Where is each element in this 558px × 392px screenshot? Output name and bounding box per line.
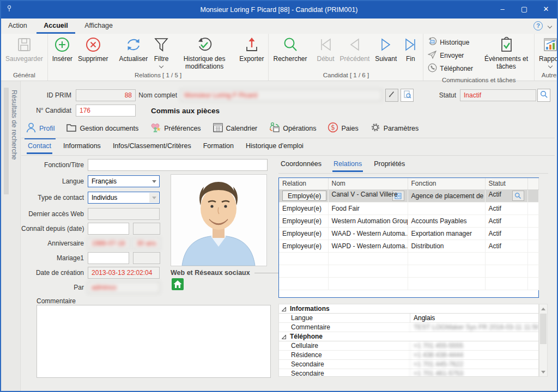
- pencil-icon: [388, 90, 396, 100]
- fonction-titre-field[interactable]: [88, 159, 268, 171]
- subtab-coordonnees[interactable]: Coordonnées: [280, 159, 323, 172]
- age-field: 30 ans: [133, 237, 160, 249]
- help-icon[interactable]: ?: [533, 21, 543, 30]
- col-nom[interactable]: Nom: [328, 178, 408, 189]
- filter-chevron-icon: [159, 64, 163, 68]
- subtab-relations[interactable]: Relations: [332, 159, 363, 172]
- candidate-photo[interactable]: [171, 174, 267, 266]
- detail-row[interactable]: Secondaire +1 701 445-7622: [279, 360, 538, 369]
- anniversaire-label: Anniversaire: [21, 237, 84, 249]
- group-telephone[interactable]: Téléphone: [279, 332, 538, 341]
- history-button[interactable]: Historique: [426, 37, 475, 48]
- anniversaire-date-field[interactable]: 1986-07-18: [88, 237, 129, 249]
- detail-row[interactable]: Secondaire +1 701 461-5753: [279, 369, 538, 377]
- detail-row[interactable]: Résidence +1 438 438-4444: [279, 351, 538, 360]
- close-button[interactable]: ✕: [535, 1, 557, 19]
- history-icon: [428, 37, 437, 48]
- modification-history-icon: [196, 36, 213, 54]
- search-button[interactable]: Rechercher: [270, 35, 310, 64]
- record-content: ID PRIM 88 Nom complet Monsieur Loring F…: [21, 81, 557, 391]
- help-chevron-icon[interactable]: [548, 24, 552, 28]
- tab-preferences[interactable]: Préférences: [149, 120, 202, 139]
- tab-profil[interactable]: Profil: [25, 120, 56, 139]
- edit-name-button[interactable]: [385, 89, 398, 102]
- previous-button[interactable]: Précédent: [337, 35, 373, 64]
- col-fonction[interactable]: Fonction: [408, 178, 485, 189]
- operations-icon: [269, 122, 280, 134]
- tab-paies[interactable]: $ Paies: [326, 120, 359, 139]
- group-informations[interactable]: Informations: [279, 304, 538, 314]
- first-button[interactable]: Début: [314, 35, 337, 64]
- table-row[interactable]: Employeur(e) WAAD - Western Automa... Ex…: [279, 227, 538, 240]
- panel-drag-handle[interactable]: [4, 88, 9, 194]
- status-lookup-button[interactable]: [537, 89, 550, 102]
- scrollbar-thumb[interactable]: [540, 314, 547, 344]
- table-row[interactable]: Employeur(e) Western Automation Group Ac…: [279, 215, 538, 227]
- send-button[interactable]: Envoyer: [426, 50, 475, 61]
- delete-button[interactable]: Supprimer: [75, 35, 111, 64]
- dollar-icon: $: [327, 122, 338, 134]
- report-button[interactable]: Rapport: [536, 35, 558, 68]
- menu-accueil[interactable]: Accueil: [37, 19, 75, 34]
- detail-row[interactable]: Commentaire TEST LOGMaker Sys FR 2016-03…: [279, 323, 538, 332]
- subtab-historique-emploi[interactable]: Historique d'emploi: [245, 141, 305, 154]
- next-button[interactable]: Suivant: [372, 35, 399, 64]
- connait-depuis-extra-field: [133, 223, 160, 235]
- commentaire-textarea[interactable]: [37, 305, 271, 378]
- full-name-field[interactable]: Monsieur Loring F Picard: [180, 89, 382, 101]
- maximize-button[interactable]: ▢: [513, 1, 535, 19]
- dernier-acces-web-field: [88, 208, 160, 220]
- tab-gestion-documents[interactable]: Gestion documents: [65, 120, 140, 139]
- mariage-date-field[interactable]: [88, 252, 129, 264]
- home-icon[interactable]: [172, 278, 184, 292]
- collapse-icon: [282, 335, 286, 339]
- subtab-infos-classement-criteres[interactable]: Infos/Classement/Critères: [112, 141, 192, 154]
- date-creation-field: 2013-03-13 22:02:04: [88, 267, 160, 279]
- type-contact-select[interactable]: Individus: [88, 192, 160, 204]
- status-lookup-button[interactable]: [512, 191, 524, 201]
- chevron-down-icon[interactable]: [149, 176, 159, 186]
- langue-label: Langue: [21, 175, 84, 187]
- scroll-up-icon[interactable]: [539, 304, 547, 313]
- export-button[interactable]: Exporter: [236, 35, 266, 64]
- tab-parametres[interactable]: Paramètres: [369, 120, 420, 139]
- table-row[interactable]: Employeur(e) WAPD - Western Automa... Di…: [279, 240, 538, 252]
- save-button[interactable]: Sauvegarder: [3, 35, 46, 64]
- search-results-panel-tab[interactable]: Résultats de recherche: [1, 81, 21, 391]
- subtab-informations[interactable]: Informations: [62, 141, 102, 154]
- connait-depuis-date-field[interactable]: [88, 223, 129, 235]
- insert-icon: [54, 36, 70, 54]
- detail-row[interactable]: Cellulaire +1 701 455-5555: [279, 341, 538, 351]
- id-prim-field[interactable]: 88: [76, 89, 136, 101]
- ribbon: Sauvegarder Général Insérer Supprimer: [1, 34, 557, 81]
- relation-editor[interactable]: Employé(e): [282, 191, 326, 201]
- candidate-number-field[interactable]: 176: [76, 105, 136, 117]
- mariage-label: Mariage1: [21, 252, 84, 264]
- detail-row[interactable]: Langue Anglais: [279, 314, 538, 323]
- refresh-button[interactable]: Actualiser: [116, 35, 150, 64]
- subtab-proprietes[interactable]: Propriétés: [373, 159, 406, 172]
- events-tasks-button[interactable]: Évènements et tâches: [480, 35, 532, 71]
- last-button[interactable]: Fin: [399, 35, 421, 64]
- table-row[interactable]: Employeur(e) Food Fair Actif: [279, 202, 538, 215]
- table-row[interactable]: Employé(e) Canal V - Canal Villere Agenc…: [279, 189, 538, 202]
- subtab-contact[interactable]: Contact: [27, 141, 52, 154]
- full-name-label: Nom complet: [129, 89, 177, 101]
- col-relation[interactable]: Relation: [279, 178, 328, 189]
- modification-history-button[interactable]: Historique des modifications: [172, 35, 236, 71]
- col-statut[interactable]: Statut: [485, 178, 527, 189]
- langue-select[interactable]: Français: [88, 175, 160, 187]
- subtab-formation[interactable]: Formation: [202, 141, 235, 154]
- menu-affichage[interactable]: Affichage: [77, 19, 120, 34]
- scroll-down-icon[interactable]: [539, 367, 547, 376]
- status-field[interactable]: Inactif: [460, 89, 536, 101]
- window-title: Monsieur Loring F Picard [88] - Candidat…: [1, 1, 557, 19]
- call-button[interactable]: Téléphoner: [426, 63, 475, 74]
- menu-action[interactable]: Action: [1, 19, 34, 34]
- filter-button[interactable]: Filtre: [150, 35, 172, 68]
- tab-calendrier[interactable]: Calendrier: [211, 120, 259, 139]
- insert-button[interactable]: Insérer: [50, 35, 75, 64]
- details-scrollbar[interactable]: [539, 304, 548, 377]
- minimize-button[interactable]: –: [492, 1, 513, 19]
- tab-operations[interactable]: Opérations: [268, 120, 317, 139]
